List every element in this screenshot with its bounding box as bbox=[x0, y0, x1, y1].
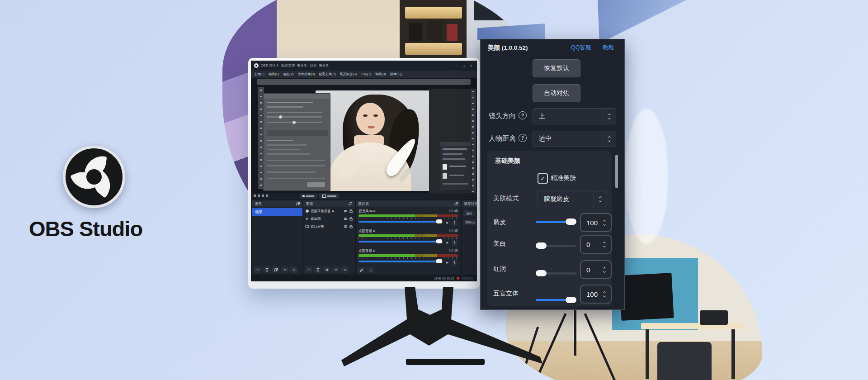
mixer-channel: 桌面音频 A0.0 dB bbox=[359, 229, 458, 245]
speaker-icon[interactable] bbox=[445, 261, 449, 265]
whitening-spinbox[interactable]: 0 bbox=[580, 235, 612, 254]
menu-item[interactable]: 配置文件(P) bbox=[319, 72, 335, 76]
sources-dock: 来源 视频采集设备 A 媒体源 窗口采集 bbox=[303, 200, 355, 275]
dock-tab[interactable] bbox=[319, 194, 339, 199]
rosy-slider[interactable] bbox=[536, 272, 576, 275]
scene-up-button[interactable] bbox=[281, 266, 288, 273]
sources-dock-title: 来源 bbox=[306, 200, 313, 207]
source-row[interactable]: 媒体源 bbox=[303, 215, 355, 223]
mixer-edit-button[interactable] bbox=[358, 267, 365, 273]
mixer-dock-title: 混音器 bbox=[358, 200, 369, 207]
volume-slider[interactable] bbox=[359, 241, 443, 242]
whitening-slider[interactable] bbox=[536, 245, 576, 247]
eye-icon[interactable] bbox=[344, 224, 348, 228]
pop-out-icon[interactable] bbox=[349, 202, 353, 206]
facial-depth-label: 五官立体 bbox=[493, 290, 519, 298]
facial-depth-slider[interactable] bbox=[536, 299, 576, 301]
obs-titlebar: OBS 29.1.3 - 配置文件: 未命名 - 场景: 未命名 ─ ▢ ✕ bbox=[251, 61, 477, 71]
menu-item[interactable]: 插件中心 bbox=[390, 72, 403, 76]
speaker-icon[interactable] bbox=[445, 241, 449, 245]
rosy-label: 红润 bbox=[493, 265, 506, 273]
person-distance-label: 人物距离 bbox=[489, 134, 516, 143]
obs-window-logo-icon bbox=[254, 63, 259, 68]
filter-settings-dialog bbox=[263, 93, 330, 191]
eye-icon[interactable] bbox=[344, 209, 348, 213]
menu-item[interactable]: 停靠部件(D) bbox=[298, 72, 315, 76]
person-distance-select[interactable]: 适中 bbox=[533, 131, 616, 147]
volume-slider[interactable] bbox=[359, 221, 443, 223]
precise-skin-label: 精准美肤 bbox=[551, 174, 576, 182]
eye-icon[interactable] bbox=[344, 217, 348, 221]
panel-title: 美颜 (1.0.0.52) bbox=[488, 44, 528, 52]
mixer-channel: 桌面音频 B0.0 dB bbox=[359, 249, 458, 265]
monitor-screen: OBS 29.1.3 - 配置文件: 未命名 - 场景: 未命名 ─ ▢ ✕ 文… bbox=[251, 61, 477, 281]
volume-slider[interactable] bbox=[359, 261, 443, 262]
tutorial-link[interactable]: 教程 bbox=[603, 44, 614, 52]
channel-options-button[interactable] bbox=[452, 260, 457, 266]
portrait-image bbox=[316, 90, 429, 191]
add-scene-button[interactable] bbox=[254, 266, 261, 273]
channel-name: 桌面音频 B bbox=[359, 249, 375, 253]
facial-depth-spinbox[interactable]: 100 bbox=[580, 285, 612, 304]
panel-scrollbar[interactable] bbox=[615, 155, 618, 188]
monitor-stand-base bbox=[406, 359, 485, 365]
transitions-dock: 场景过渡 淡出 300ms bbox=[461, 200, 477, 275]
channel-options-button[interactable] bbox=[452, 220, 457, 226]
obs-preview-canvas bbox=[251, 78, 477, 193]
transition-duration[interactable]: 300ms bbox=[463, 219, 477, 225]
skin-mode-select[interactable]: 朦胧磨皮 bbox=[538, 191, 607, 207]
beauty-filter-panel: 美颜 (1.0.0.52) QQ客服 教程 恢复默认 自动对焦 镜头方向 上 人… bbox=[480, 39, 625, 310]
window-controls[interactable]: ─ ▢ ✕ bbox=[455, 64, 474, 68]
mixer-menu-button[interactable] bbox=[367, 267, 374, 273]
channel-options-button[interactable] bbox=[452, 240, 457, 246]
help-icon[interactable] bbox=[519, 134, 527, 142]
camera-direction-select[interactable]: 上 bbox=[533, 108, 616, 124]
help-icon[interactable] bbox=[519, 111, 527, 119]
rosy-spinbox[interactable]: 0 bbox=[580, 260, 612, 279]
smoothing-slider[interactable] bbox=[536, 221, 576, 223]
layers-panel bbox=[440, 141, 472, 191]
skin-mode-label: 美肤模式 bbox=[493, 195, 519, 203]
lock-icon[interactable] bbox=[349, 209, 353, 213]
channel-db: 0.0 dB bbox=[449, 229, 458, 233]
remove-scene-button[interactable] bbox=[263, 266, 270, 273]
precise-skin-checkbox[interactable]: ✓ bbox=[538, 173, 548, 184]
menu-item[interactable]: 场景集合(S) bbox=[340, 72, 357, 76]
qq-support-link[interactable]: QQ客服 bbox=[571, 44, 591, 52]
dock-tab[interactable] bbox=[300, 194, 317, 199]
scene-down-button[interactable] bbox=[290, 266, 297, 273]
source-row[interactable]: 窗口采集 bbox=[303, 223, 355, 230]
menu-item[interactable]: 工具(T) bbox=[361, 72, 371, 76]
transition-select[interactable]: 淡出 bbox=[463, 210, 475, 216]
smoothing-label: 磨皮 bbox=[493, 218, 506, 226]
volume-meter bbox=[359, 254, 458, 257]
reset-defaults-button[interactable]: 恢复默认 bbox=[533, 59, 580, 77]
source-down-button[interactable] bbox=[341, 266, 349, 273]
source-up-button[interactable] bbox=[332, 266, 340, 273]
scene-list-item-selected[interactable]: 场景 bbox=[252, 208, 302, 216]
live-status: LIVE 00:00:00 bbox=[434, 277, 454, 280]
menu-item[interactable]: 文件(F) bbox=[254, 72, 264, 76]
camera-direction-label: 镜头方向 bbox=[489, 112, 516, 120]
pop-out-icon[interactable] bbox=[454, 202, 458, 206]
lock-icon[interactable] bbox=[349, 217, 353, 221]
source-row[interactable]: 视频采集设备 A bbox=[303, 207, 355, 215]
menu-item[interactable]: 视图(V) bbox=[283, 72, 293, 76]
lock-icon[interactable] bbox=[349, 224, 353, 228]
smoothing-spinbox[interactable]: 100 bbox=[580, 213, 612, 232]
speaker-icon[interactable] bbox=[445, 221, 449, 225]
scenes-dock-title: 场景 bbox=[255, 200, 262, 207]
menu-item[interactable]: 编辑(E) bbox=[269, 72, 279, 76]
pop-out-icon[interactable] bbox=[296, 202, 300, 206]
autofocus-button[interactable]: 自动对焦 bbox=[533, 84, 580, 102]
channel-name: 桌面音频 A bbox=[359, 229, 375, 233]
remove-source-button[interactable] bbox=[314, 266, 321, 273]
source-properties-button[interactable] bbox=[323, 266, 330, 273]
mixer-dock: 混音器 麦克风/Aux0.0 dB 桌面音频 A0.0 dB 桌面音频 B0.0… bbox=[355, 200, 461, 275]
media-source-icon bbox=[305, 217, 309, 221]
menu-item[interactable]: 帮助(H) bbox=[375, 72, 386, 76]
brand-app-name: OBS Studio bbox=[29, 216, 142, 241]
add-source-button[interactable] bbox=[305, 266, 312, 273]
duplicate-scene-button[interactable] bbox=[272, 266, 279, 273]
blue-corner-shape bbox=[598, 0, 686, 43]
